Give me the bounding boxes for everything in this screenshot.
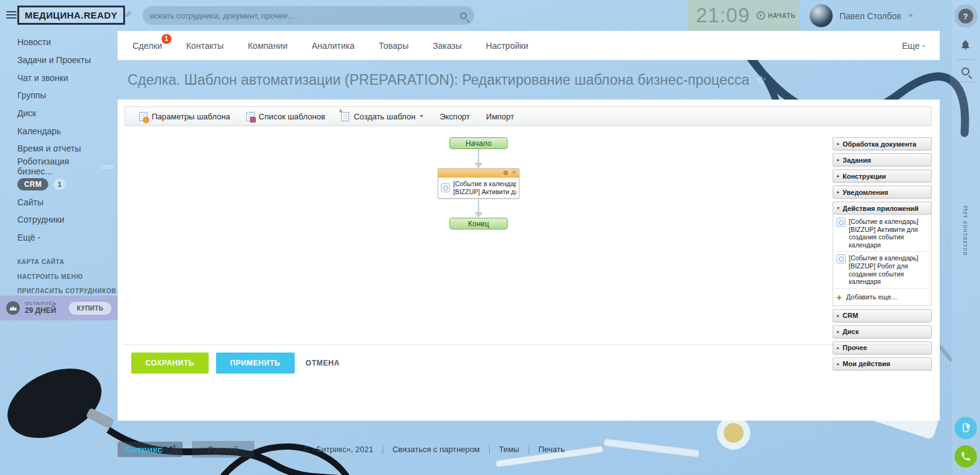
clock-time: 21:09 <box>696 4 750 27</box>
footer-themes-link[interactable]: Темы <box>499 445 519 454</box>
company-logo[interactable]: МЕДИЦИНА.READY <box>17 6 125 25</box>
start-workday-button[interactable]: НАЧАТЬ <box>757 11 796 20</box>
user-menu[interactable]: Павел Столбов <box>810 4 913 27</box>
sidebar-item-rpa[interactable]: Роботизация бизнес... beta <box>17 158 114 176</box>
nav-more-button[interactable]: Еще - <box>902 41 925 51</box>
help-button[interactable]: ? <box>954 4 978 28</box>
footer-print-link[interactable]: Печать <box>539 445 565 454</box>
template-list-button[interactable]: Список шаблонов <box>238 107 334 126</box>
sidebar-item-chat[interactable]: Чат и звонки <box>17 69 114 87</box>
diagram-start-node[interactable]: Начало <box>449 137 508 149</box>
activity-title-line2: [BIZZUP] Активити для <box>453 188 516 196</box>
app-actions-list: [Событие в календарь] [BIZZUP] Активити … <box>833 215 932 306</box>
help-icon: ? <box>958 9 973 24</box>
form-separator <box>124 344 932 345</box>
palette-section-my-actions[interactable]: ▸ Мои действия <box>833 357 932 370</box>
search-icon[interactable] <box>460 12 467 19</box>
plus-icon: + <box>836 293 842 302</box>
sitemap-link[interactable]: КАРТА САЙТА <box>17 255 116 270</box>
user-name: Павел Столбов <box>839 11 901 21</box>
diagram-connector[interactable] <box>474 149 483 168</box>
calendar-app-icon <box>836 218 846 227</box>
notifications-button[interactable] <box>960 39 971 53</box>
diagram-activity-node[interactable]: ⚙ ✕ [Событие в календарь] [BIZZUP] Актив… <box>438 168 519 199</box>
chevron-right-icon: ▸ <box>837 189 839 195</box>
palette-section-crm[interactable]: ▸ CRM <box>833 309 932 322</box>
palette-section-notifications[interactable]: ▸ Уведомления <box>833 186 932 199</box>
cancel-button[interactable]: ОТМЕНА <box>306 359 340 367</box>
palette-section-app-actions[interactable]: ▾ Действия приложений <box>833 202 932 215</box>
mobile-device-icon <box>960 422 971 434</box>
configure-menu-link[interactable]: НАСТРОИТЬ МЕНЮ <box>17 270 116 285</box>
mobile-app-button[interactable] <box>955 417 977 439</box>
footer-partner-link[interactable]: Связаться с партнером <box>392 445 480 454</box>
diagram-connector[interactable] <box>474 199 483 218</box>
template-list-icon <box>246 112 254 121</box>
tab-companies[interactable]: Компании <box>248 41 287 51</box>
actions-palette: ▸ Обработка документа ▸ Задания ▸ Констр… <box>833 137 932 374</box>
sidebar-item-employees[interactable]: Сотрудники <box>17 211 114 229</box>
sidebar-item-groups[interactable]: Группы <box>17 87 114 105</box>
edit-logo-pencil-icon[interactable]: ✎ <box>123 11 132 18</box>
sidebar-item-disk[interactable]: Диск <box>17 105 114 122</box>
activity-title-line1: [Событие в календарь] <box>453 180 516 188</box>
sidebar-item-time[interactable]: Время и отчеты <box>17 140 114 158</box>
activity-settings-icon[interactable]: ⚙ <box>503 170 508 176</box>
rail-search-icon[interactable] <box>961 67 969 75</box>
chevron-right-icon: ▸ <box>837 141 839 147</box>
user-avatar[interactable] <box>810 4 833 27</box>
save-button[interactable]: СОХРАНИТЬ <box>131 353 209 374</box>
search-input[interactable] <box>150 11 460 20</box>
page-title: Сделка. Шаблон автоматизации (PREPARATIO… <box>128 72 749 88</box>
buy-button[interactable]: КУПИТЬ <box>69 302 111 315</box>
bp-editor-toolbar: Параметры шаблона Список шаблонов Создат… <box>124 106 932 126</box>
calendar-app-icon <box>836 254 846 263</box>
tab-contacts[interactable]: Контакты <box>186 41 223 51</box>
export-button[interactable]: Экспорт <box>431 107 478 126</box>
activity-close-icon[interactable]: ✕ <box>511 170 516 176</box>
tab-deals[interactable]: Сделки 1 <box>132 41 162 51</box>
form-buttons: СОХРАНИТЬ ПРИМЕНИТЬ ОТМЕНА <box>131 353 340 374</box>
sidebar-item-more[interactable]: Ещё - <box>17 229 114 247</box>
footer-language-button[interactable]: Русский <box>192 441 254 458</box>
activity-header: ⚙ ✕ <box>438 169 519 178</box>
palette-section-other[interactable]: ▸ Прочее <box>833 341 932 354</box>
diagram-end-node[interactable]: Конец <box>449 218 508 229</box>
beta-tag: beta <box>101 163 114 170</box>
sidebar-item-tasks[interactable]: Задачи и Проекты <box>17 51 114 69</box>
import-button[interactable]: Импорт <box>478 107 522 126</box>
sidebar-item-crm[interactable]: CRM 1 <box>17 176 114 194</box>
crown-icon <box>6 301 20 315</box>
tab-analytics[interactable]: Аналитика <box>312 41 355 51</box>
favorite-star-icon[interactable]: ☆ <box>756 73 766 87</box>
create-template-button[interactable]: Создать шаблон <box>333 107 431 126</box>
chevron-down-icon <box>908 14 913 17</box>
palette-section-constructions[interactable]: ▸ Конструкции <box>833 169 932 182</box>
menu-toggle-icon[interactable] <box>6 11 17 20</box>
license-banner: ОСТАЛОСЬ 29 ДНЕЙ КУПИТЬ <box>0 296 118 320</box>
tab-orders[interactable]: Заказы <box>433 41 462 51</box>
palette-section-document-processing[interactable]: ▸ Обработка документа <box>833 137 932 150</box>
bitrix24-logo-button[interactable]: Битрикс 24 ® <box>118 442 183 457</box>
sidebar-item-sites[interactable]: Сайты <box>17 193 114 211</box>
apply-button[interactable]: ПРИМЕНИТЬ <box>216 353 295 374</box>
tab-settings[interactable]: Настройки <box>486 41 529 51</box>
palette-app-action-item[interactable]: [Событие в календарь] [BIZZUP] Активити … <box>835 215 929 252</box>
chevron-down-icon: ▾ <box>837 205 839 211</box>
palette-app-action-item[interactable]: [Событие в календарь] [BIZZUP] Робот для… <box>835 252 929 288</box>
chevron-down-icon <box>420 115 423 118</box>
page-title-row: Сделка. Шаблон автоматизации (PREPARATIO… <box>128 72 932 88</box>
template-params-button[interactable]: Параметры шаблона <box>131 107 238 126</box>
page-footer: Битрикс 24 ® Русский © «Битрикс», 2021 С… <box>118 439 940 459</box>
tab-products[interactable]: Товары <box>379 41 409 51</box>
no-contacts-vertical-label: Нет контактов <box>962 206 969 256</box>
play-icon <box>757 11 765 20</box>
crm-counter-badge: 1 <box>53 179 66 190</box>
phone-icon <box>960 451 971 462</box>
palette-section-tasks[interactable]: ▸ Задания <box>833 153 932 166</box>
telephony-button[interactable] <box>955 445 977 468</box>
sidebar-item-calendar[interactable]: Календарь <box>17 122 114 140</box>
palette-section-disk[interactable]: ▸ Диск <box>833 325 932 338</box>
palette-add-more[interactable]: + Добавить еще... <box>835 289 929 304</box>
sidebar-item-news[interactable]: Новости <box>17 33 114 51</box>
